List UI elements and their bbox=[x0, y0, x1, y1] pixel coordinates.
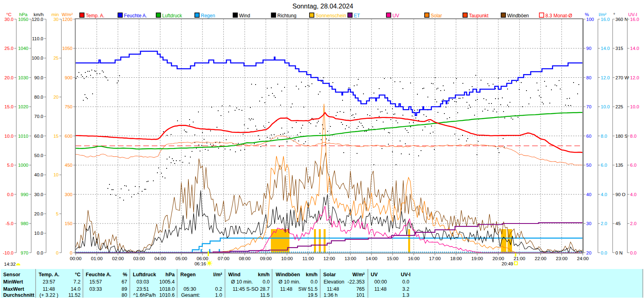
svg-text:19:00: 19:00 bbox=[471, 256, 483, 261]
svg-text:11:48: 11:48 bbox=[280, 286, 292, 292]
svg-text:°C: °C bbox=[75, 272, 80, 277]
svg-text:15.0: 15.0 bbox=[4, 104, 13, 109]
svg-text:Luftdruck: Luftdruck bbox=[133, 272, 156, 277]
svg-text:18:00: 18:00 bbox=[450, 256, 462, 261]
svg-text:Temp. A.: Temp. A. bbox=[39, 272, 59, 277]
svg-text:5.0: 5.0 bbox=[7, 163, 14, 168]
svg-text:6.0: 6.0 bbox=[630, 163, 637, 168]
svg-text:80: 80 bbox=[122, 292, 127, 298]
svg-text:600: 600 bbox=[65, 134, 72, 139]
svg-text:970: 970 bbox=[21, 250, 28, 255]
svg-text:1050: 1050 bbox=[62, 46, 72, 51]
svg-text:70: 70 bbox=[586, 104, 592, 109]
svg-text:Temp. A.: Temp. A. bbox=[86, 13, 105, 19]
svg-text:101: 101 bbox=[356, 292, 365, 298]
svg-text:20.0: 20.0 bbox=[34, 211, 43, 216]
svg-text:900: 900 bbox=[65, 75, 72, 80]
svg-text:0.0: 0.0 bbox=[630, 250, 637, 255]
svg-text:Luftdruck: Luftdruck bbox=[162, 13, 182, 19]
svg-text:180 S: 180 S bbox=[615, 134, 627, 139]
svg-text:00:00: 00:00 bbox=[70, 256, 82, 261]
svg-text:10:00: 10:00 bbox=[281, 256, 293, 261]
svg-text:MaxWert: MaxWert bbox=[3, 286, 25, 292]
svg-text:2.0: 2.0 bbox=[630, 221, 637, 226]
svg-text:11:48: 11:48 bbox=[327, 286, 339, 292]
svg-text:S-SO 28.7: S-SO 28.7 bbox=[246, 286, 270, 292]
svg-text:km/h: km/h bbox=[258, 272, 270, 277]
svg-text:Windböen: Windböen bbox=[507, 13, 529, 19]
svg-text:450: 450 bbox=[65, 163, 72, 168]
svg-text:03:00: 03:00 bbox=[133, 256, 145, 261]
svg-text:%: % bbox=[123, 272, 127, 277]
svg-text:0.0: 0.0 bbox=[311, 279, 318, 285]
svg-text:07:00: 07:00 bbox=[218, 256, 230, 261]
svg-text:50.0: 50.0 bbox=[34, 153, 43, 158]
svg-text:80: 80 bbox=[586, 75, 592, 80]
svg-text:20: 20 bbox=[586, 250, 592, 255]
svg-text:Regen: Regen bbox=[180, 272, 196, 277]
svg-text:60.0: 60.0 bbox=[34, 134, 43, 139]
svg-text:30.0: 30.0 bbox=[34, 192, 43, 197]
svg-text:Solar: Solar bbox=[323, 272, 336, 277]
svg-text:Ø 10 min.: Ø 10 min. bbox=[279, 279, 300, 285]
svg-text:980: 980 bbox=[21, 221, 28, 226]
svg-text:11:00: 11:00 bbox=[302, 256, 314, 261]
svg-text:1200: 1200 bbox=[62, 17, 72, 22]
svg-text:Sonntag, 28.04.2024: Sonntag, 28.04.2024 bbox=[292, 2, 353, 10]
svg-text:4.0: 4.0 bbox=[601, 192, 607, 197]
svg-text:315: 315 bbox=[615, 46, 623, 51]
svg-text:1.3: 1.3 bbox=[402, 292, 409, 298]
svg-text:05:00: 05:00 bbox=[175, 256, 188, 261]
svg-text:10.0: 10.0 bbox=[601, 104, 610, 109]
svg-text:UV: UV bbox=[371, 272, 378, 277]
svg-text:°: ° bbox=[613, 12, 615, 17]
svg-text:1010.6: 1010.6 bbox=[159, 292, 175, 298]
svg-text:20.0: 20.0 bbox=[4, 75, 13, 80]
svg-text:12.0: 12.0 bbox=[630, 75, 639, 80]
svg-text:15:00: 15:00 bbox=[387, 256, 399, 261]
svg-text:11:45: 11:45 bbox=[233, 286, 245, 292]
svg-text:0 N: 0 N bbox=[615, 250, 623, 255]
svg-text:03:03: 03:03 bbox=[136, 279, 149, 285]
svg-text:14:00: 14:00 bbox=[365, 256, 378, 261]
svg-text:60: 60 bbox=[586, 134, 592, 139]
svg-text:8.0: 8.0 bbox=[601, 134, 607, 139]
svg-text:15: 15 bbox=[54, 134, 59, 139]
svg-text:110.0: 110.0 bbox=[32, 36, 43, 41]
svg-text:20:00: 20:00 bbox=[492, 256, 504, 261]
svg-text:14.0: 14.0 bbox=[71, 286, 80, 292]
svg-text:Sonnenschein: Sonnenschein bbox=[316, 13, 346, 19]
svg-text:2.0: 2.0 bbox=[601, 221, 607, 226]
svg-text:24:00: 24:00 bbox=[577, 256, 589, 261]
svg-text:90.0: 90.0 bbox=[34, 75, 43, 80]
svg-text:08:00: 08:00 bbox=[239, 256, 251, 261]
svg-text:20:49: 20:49 bbox=[502, 261, 513, 266]
svg-text:14:32: 14:32 bbox=[4, 262, 16, 267]
svg-text:W/m²: W/m² bbox=[62, 12, 73, 17]
svg-text:Gesamt:: Gesamt: bbox=[181, 292, 200, 298]
svg-text:16:00: 16:00 bbox=[408, 256, 420, 261]
svg-text:10.0: 10.0 bbox=[34, 231, 43, 236]
svg-text:0.0: 0.0 bbox=[402, 279, 409, 285]
svg-text:Wind: Wind bbox=[228, 272, 240, 277]
svg-text:45: 45 bbox=[615, 221, 621, 226]
svg-text:^1.6hPa/h: ^1.6hPa/h bbox=[133, 292, 156, 298]
svg-text:30: 30 bbox=[54, 17, 59, 22]
svg-text:10.0: 10.0 bbox=[4, 134, 13, 139]
svg-text:l/m²: l/m² bbox=[213, 272, 222, 277]
svg-text:25.0: 25.0 bbox=[4, 46, 13, 51]
svg-text:23:57: 23:57 bbox=[43, 279, 55, 285]
svg-text:0.0: 0.0 bbox=[7, 192, 14, 197]
svg-text:67: 67 bbox=[122, 279, 127, 285]
svg-text:0.0: 0.0 bbox=[601, 250, 607, 255]
svg-text:16.0: 16.0 bbox=[601, 17, 610, 22]
svg-text:Windböen: Windböen bbox=[276, 272, 300, 277]
svg-text:km/h: km/h bbox=[34, 12, 44, 17]
svg-text:30: 30 bbox=[586, 221, 592, 226]
svg-text:40.0: 40.0 bbox=[34, 172, 43, 177]
svg-text:990: 990 bbox=[21, 192, 28, 197]
svg-text:100.0: 100.0 bbox=[32, 56, 43, 60]
svg-text:14.0: 14.0 bbox=[630, 46, 639, 51]
svg-text:7.2: 7.2 bbox=[74, 279, 80, 285]
svg-text:W/m²: W/m² bbox=[352, 272, 365, 277]
